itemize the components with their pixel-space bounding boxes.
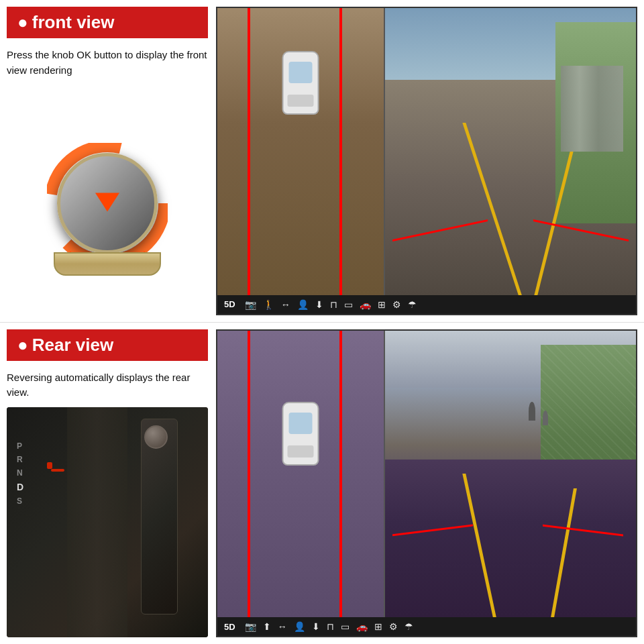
- rear-toolbar-box1-icon: ⊓: [327, 621, 334, 632]
- front-toolbar-user-icon: 👤: [297, 299, 309, 310]
- front-badge-label: front view: [32, 12, 115, 33]
- rear-birdseye-rear: [287, 445, 313, 458]
- rear-toolbar-umbrella-icon: ☂: [405, 621, 413, 632]
- gear-s: S: [17, 496, 23, 506]
- front-camera-display: 5D 📷 🚶 ↔ 👤 ⬇ ⊓ ▭ 🚗 ⊞ ⚙ ☂: [216, 7, 637, 315]
- rear-birdseye-background: [217, 331, 384, 618]
- rear-toolbar-down-icon: ⬇: [312, 621, 320, 632]
- rear-person-2: [543, 411, 548, 425]
- front-view-badge: ● front view: [7, 7, 208, 38]
- rear-camera-top: [217, 331, 636, 618]
- page: ● front view Press the knob OK button to…: [0, 0, 644, 644]
- rear-toolbar-arrow-icon: ↔: [278, 621, 287, 632]
- knob-body: [57, 153, 158, 254]
- rear-view-section: ● Rear view Reversing automatically disp…: [0, 323, 644, 645]
- birdseye-car-rear: [287, 95, 313, 107]
- rear-badge-bullet: ●: [17, 335, 28, 356]
- birdseye-car-windshield: [288, 62, 312, 83]
- front-description: Press the knob OK button to display the …: [7, 48, 208, 78]
- gear-labels: P R N D S: [17, 441, 23, 506]
- front-right-panel: 5D 📷 🚶 ↔ 👤 ⬇ ⊓ ▭ 🚗 ⊞ ⚙ ☂: [216, 7, 637, 315]
- front-toolbar-label: 5D: [224, 299, 235, 309]
- rear-birdseye-car: [282, 402, 319, 466]
- rear-toolbar: 5D 📷 ⬆ ↔ 👤 ⬇ ⊓ ▭ 🚗 ⊞ ⚙ ☂: [217, 617, 636, 636]
- rear-birdseye-windshield: [288, 413, 312, 434]
- gear-r: R: [17, 455, 23, 464]
- front-toolbar-box2-icon: ▭: [344, 299, 353, 310]
- front-camera-top: [217, 8, 636, 295]
- rear-toolbar-car-icon: 🚗: [356, 621, 368, 632]
- rear-left-panel: ● Rear view Reversing automatically disp…: [7, 329, 208, 638]
- birdseye-left-line: [248, 8, 250, 295]
- front-toolbar-camera-icon: 📷: [245, 299, 256, 310]
- front-cam-background: [385, 8, 636, 295]
- rear-person-1: [529, 402, 535, 421]
- front-badge-bullet: ●: [17, 12, 28, 33]
- knob-wrapper: [47, 143, 168, 264]
- rear-view-badge: ● Rear view: [7, 329, 208, 361]
- rear-badge-label: Rear view: [32, 335, 113, 356]
- rear-birdseye-view: [217, 331, 385, 618]
- rear-road: [385, 460, 636, 617]
- rear-description: Reversing automatically displays the rea…: [7, 370, 208, 400]
- birdseye-background: [217, 8, 384, 295]
- rear-camera-display: 5D 📷 ⬆ ↔ 👤 ⬇ ⊓ ▭ 🚗 ⊞ ⚙ ☂: [216, 329, 637, 638]
- front-left-panel: ● front view Press the knob OK button to…: [7, 7, 208, 315]
- rear-toolbar-gear-icon: ⚙: [389, 621, 398, 632]
- gear-d: D: [17, 482, 23, 492]
- front-birdseye-view: [217, 8, 385, 295]
- rear-camera-view: [385, 331, 636, 618]
- front-toolbar-arrow-icon: ↔: [281, 299, 290, 310]
- rear-toolbar-up-icon: ⬆: [263, 621, 271, 632]
- birdseye-right-line: [339, 8, 342, 295]
- birdseye-car: [282, 51, 319, 115]
- rear-right-panel: 5D 📷 ⬆ ↔ 👤 ⬇ ⊓ ▭ 🚗 ⊞ ⚙ ☂: [216, 329, 637, 638]
- front-toolbar-car-icon: 🚗: [360, 299, 371, 310]
- front-toolbar-gear-icon: ⚙: [392, 299, 401, 310]
- rear-toolbar-box3-icon: ⊞: [374, 621, 382, 632]
- gear-knob: [144, 425, 168, 449]
- front-toolbar-box3-icon: ⊞: [378, 299, 386, 310]
- steering-column: [67, 407, 127, 638]
- front-camera-view: [385, 8, 636, 295]
- rear-toolbar-camera-icon: 📷: [245, 621, 256, 632]
- gear-indicator-line: [51, 469, 64, 472]
- front-toolbar: 5D 📷 🚶 ↔ 👤 ⬇ ⊓ ▭ 🚗 ⊞ ⚙ ☂: [217, 295, 636, 314]
- rear-birdseye-right-line: [339, 331, 342, 618]
- knob-down-arrow: [95, 193, 119, 211]
- rear-birdseye-left-line: [248, 331, 250, 618]
- knob-base: [54, 252, 161, 276]
- gear-n: N: [17, 468, 23, 478]
- front-toolbar-box1-icon: ⊓: [330, 299, 337, 310]
- rear-toolbar-person-icon: 👤: [294, 621, 305, 632]
- rear-toolbar-box2-icon: ▭: [341, 621, 350, 632]
- gear-p: P: [17, 441, 23, 451]
- front-toolbar-umbrella-icon: ☂: [408, 299, 417, 310]
- gear-shift-photo: P R N D S: [7, 407, 208, 638]
- front-view-section: ● front view Press the knob OK button to…: [0, 0, 644, 322]
- rear-cam-background: [385, 331, 636, 618]
- gear-indicator-dot: [47, 462, 52, 469]
- rear-toolbar-label: 5D: [224, 622, 235, 632]
- knob-illustration: [7, 91, 208, 315]
- front-toolbar-person-icon: 🚶: [263, 299, 274, 310]
- front-parked-cars: [561, 66, 624, 152]
- front-toolbar-down-icon: ⬇: [315, 299, 323, 310]
